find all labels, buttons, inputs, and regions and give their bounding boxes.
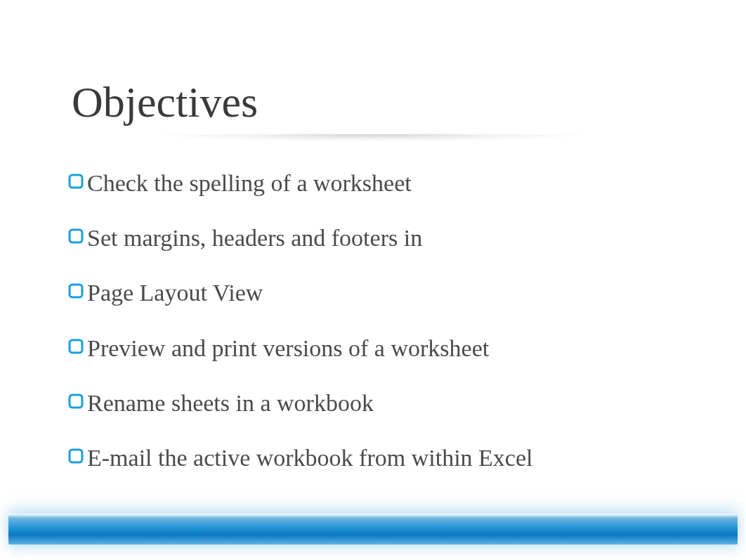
list-item: Preview and print versions of a workshee… [67, 333, 683, 364]
bullet-label: Check the spelling of a worksheet [87, 168, 412, 199]
bullet-square-icon [67, 393, 84, 410]
list-item: Check the spelling of a worksheet [67, 168, 683, 199]
svg-rect-3 [70, 340, 82, 353]
bullet-square-icon [67, 173, 84, 190]
title-divider [63, 134, 681, 145]
list-item: E-mail the active workbook from within E… [67, 443, 683, 474]
bullet-label: Rename sheets in a workbook [87, 388, 374, 419]
bullet-label: E-mail the active workbook from within E… [87, 443, 532, 474]
objectives-list: Check the spelling of a worksheet Set ma… [63, 168, 683, 474]
footer-accent-bar [8, 514, 738, 545]
list-item: Rename sheets in a workbook [67, 388, 683, 419]
bullet-square-icon [67, 448, 84, 464]
slide-title: Objectives [72, 77, 683, 127]
bullet-label: Preview and print versions of a workshee… [87, 333, 489, 364]
slide-container: Objectives Check the spelling of a works… [0, 0, 746, 560]
svg-rect-0 [70, 175, 82, 188]
bullet-label: Page Layout View [87, 278, 263, 308]
bullet-label: Set margins, headers and footers in [87, 223, 422, 254]
bullet-square-icon [67, 282, 84, 299]
bullet-square-icon [67, 228, 84, 245]
list-item: Set margins, headers and footers in [67, 223, 683, 254]
bullet-square-icon [67, 338, 84, 355]
svg-rect-5 [70, 450, 82, 462]
list-item: Page Layout View [67, 278, 683, 308]
svg-rect-1 [70, 230, 82, 242]
svg-rect-4 [70, 395, 82, 408]
svg-rect-2 [70, 285, 82, 297]
